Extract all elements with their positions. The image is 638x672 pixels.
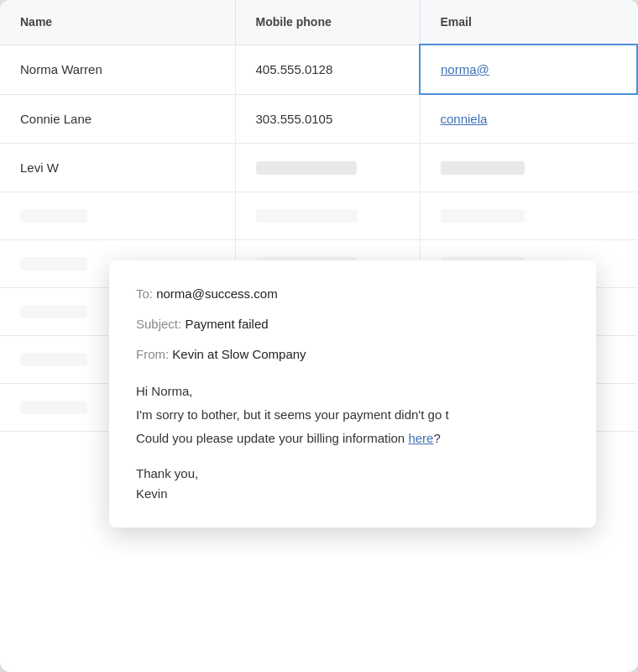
- popup-body-line2-prefix: Could you please update your billing inf…: [136, 431, 408, 445]
- table-row: Levi W: [0, 144, 637, 192]
- popup-from-value: Kevin at Slow Company: [172, 347, 306, 361]
- popup-to-label: To:: [136, 286, 153, 301]
- popup-to-value: norma@success.com: [156, 286, 277, 301]
- popup-body: Hi Norma, I'm sorry to bother, but it se…: [136, 381, 569, 449]
- popup-body-link[interactable]: here: [408, 431, 433, 445]
- column-header-email: Email: [420, 0, 637, 45]
- popup-to-field: To: norma@success.com: [136, 284, 569, 304]
- contact-phone: 405.555.0128: [235, 45, 420, 94]
- contact-email[interactable]: conniela: [420, 94, 637, 144]
- column-header-name: Name: [0, 0, 235, 45]
- email-link[interactable]: conniela: [441, 112, 488, 126]
- popup-body-line2: Could you please update your billing inf…: [136, 428, 569, 449]
- contact-phone: [235, 144, 420, 192]
- popup-greeting: Hi Norma,: [136, 381, 569, 402]
- table-row: Norma Warren 405.555.0128 norma@: [0, 45, 637, 94]
- popup-from-field: From: Kevin at Slow Company: [136, 344, 569, 365]
- contact-name: Norma Warren: [0, 45, 235, 94]
- popup-body-line2-suffix: ?: [433, 431, 440, 445]
- email-link[interactable]: norma@: [441, 62, 489, 76]
- popup-sign-line2: Kevin: [136, 484, 569, 504]
- main-card: Name Mobile phone Email Norma Warren 405…: [0, 0, 638, 672]
- contact-email[interactable]: norma@: [420, 45, 637, 94]
- contact-name: Connie Lane: [0, 94, 235, 144]
- table-row: Connie Lane 303.555.0105 conniela: [0, 94, 637, 144]
- contact-phone: 303.555.0105: [235, 94, 420, 144]
- contact-name: Levi W: [0, 144, 235, 192]
- contact-email: [420, 144, 637, 192]
- table-row: [0, 192, 637, 240]
- popup-from-label: From:: [136, 347, 169, 361]
- column-header-phone: Mobile phone: [235, 0, 420, 45]
- popup-subject-field: Subject: Payment failed: [136, 314, 569, 334]
- popup-body-line1: I'm sorry to bother, but it seems your p…: [136, 405, 569, 425]
- popup-sign-line1: Thank you,: [136, 464, 569, 484]
- email-preview-popup: To: norma@success.com Subject: Payment f…: [109, 260, 596, 528]
- popup-subject-label: Subject:: [136, 317, 181, 331]
- popup-signature: Thank you, Kevin: [136, 464, 569, 504]
- popup-subject-value: Payment failed: [185, 317, 268, 331]
